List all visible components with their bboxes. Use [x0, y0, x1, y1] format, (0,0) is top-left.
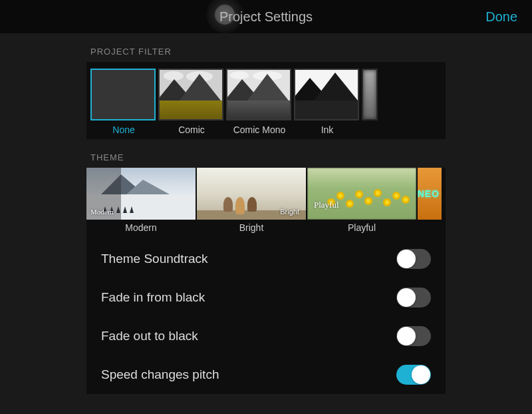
theme-item-playful[interactable]: Playful Playful: [307, 168, 416, 233]
toggle-theme-soundtrack[interactable]: [396, 249, 431, 269]
row-speed-pitch: Speed changes pitch: [96, 355, 436, 394]
toggle-fade-in[interactable]: [396, 288, 431, 308]
theme-caption-bright: Bright: [280, 208, 299, 216]
label-fade-out: Fade out to black: [101, 329, 198, 343]
theme-label-playful: Playful: [307, 222, 416, 233]
filter-strip[interactable]: None Comic Comic Mono: [86, 62, 446, 139]
filter-label-comic-mono: Comic Mono: [226, 124, 293, 135]
toggle-speed-pitch[interactable]: [396, 365, 431, 385]
filter-label-ink: Ink: [294, 124, 360, 135]
filter-label-comic: Comic: [158, 124, 225, 135]
toggle-fade-out[interactable]: [396, 326, 431, 346]
theme-thumb-bright: Bright: [197, 168, 306, 220]
theme-thumb-playful: Playful: [307, 168, 416, 220]
page-title: Project Settings: [219, 9, 313, 25]
theme-caption-playful: Playful: [314, 200, 339, 210]
settings-rows: Theme Soundtrack Fade in from black Fade…: [86, 233, 446, 394]
filter-thumb-none: [90, 69, 156, 120]
theme-caption-neon: NEO: [418, 188, 440, 199]
theme-thumb-modern: Modern: [86, 168, 196, 220]
label-fade-in: Fade in from black: [101, 290, 205, 305]
filter-thumb-ink: [294, 69, 359, 120]
filter-item-next[interactable]: [362, 69, 378, 135]
filter-label-none: None: [90, 124, 157, 135]
theme-item-modern[interactable]: Modern Modern: [86, 168, 196, 233]
filter-item-none[interactable]: None: [90, 69, 157, 135]
row-fade-in: Fade in from black: [96, 278, 436, 317]
theme-item-neon[interactable]: NEO: [418, 168, 442, 233]
theme-caption-modern: Modern: [90, 208, 114, 216]
project-filter-label: PROJECT FILTER: [90, 47, 446, 57]
filter-item-comic[interactable]: Comic: [158, 69, 225, 135]
done-button[interactable]: Done: [485, 9, 517, 25]
theme-thumb-neon: NEO: [418, 168, 442, 220]
theme-label-modern: Modern: [86, 222, 196, 233]
header-bar: Project Settings Done: [0, 0, 532, 33]
content-area: PROJECT FILTER None Comic: [0, 47, 532, 394]
filter-item-ink[interactable]: Ink: [294, 69, 360, 135]
theme-label-bright: Bright: [197, 222, 306, 233]
filter-thumb-next: [362, 69, 378, 120]
theme-strip[interactable]: Modern Modern Bright Bright: [86, 168, 446, 233]
row-theme-soundtrack: Theme Soundtrack: [96, 240, 436, 278]
label-theme-soundtrack: Theme Soundtrack: [101, 252, 208, 266]
filter-thumb-comic-mono: [226, 69, 291, 120]
filter-thumb-comic: [158, 69, 223, 120]
theme-item-bright[interactable]: Bright Bright: [197, 168, 306, 233]
label-speed-pitch: Speed changes pitch: [101, 367, 219, 382]
row-fade-out: Fade out to black: [96, 317, 436, 355]
filter-item-comic-mono[interactable]: Comic Mono: [226, 69, 293, 135]
theme-section-label: THEME: [90, 152, 446, 162]
